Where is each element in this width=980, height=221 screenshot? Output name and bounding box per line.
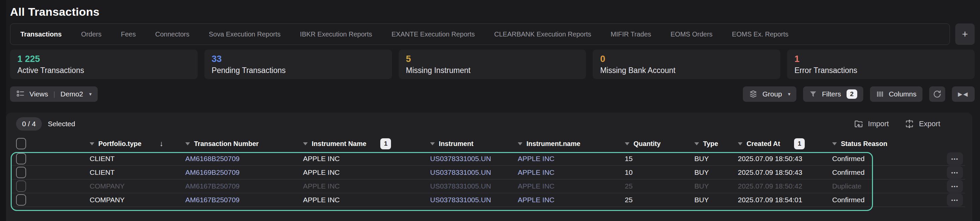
collapse-columns-button[interactable]: ▶◀ [952,86,975,102]
tab-item[interactable]: IBKR Execution Reports [300,30,372,38]
cell-transaction-number[interactable]: AM6168B250709 [180,155,298,163]
tab-label: Transactions [21,30,62,38]
views-button[interactable]: Views | Demo2 ▾ [10,86,98,102]
sort-descending-icon[interactable]: ↓ [159,139,163,148]
column-label: Quantity [633,140,660,148]
table-row[interactable]: COMPANY AM6167B250709 APPLE INC US037833… [11,179,965,193]
cell-status-reason: Confirmed [827,168,904,176]
tab-item[interactable]: Sova Execution Reports [209,30,281,38]
table-row[interactable]: CLIENT AM6169B250709 APPLE INC US0378331… [11,166,965,179]
column-header-status-reason[interactable]: Status Reason [827,140,904,148]
group-button[interactable]: Group ▾ [743,86,796,102]
cell-transaction-number[interactable]: AM6167B250709 [180,182,298,190]
filter-count-badge: 1 [794,138,805,149]
cell-instrument-name: APPLE INC [298,155,425,163]
cell-type: BUY [689,168,732,176]
page-title: All Transactions [10,5,99,18]
add-tab-button[interactable]: + [955,24,975,45]
cell-instrument-dot-name[interactable]: APPLE INC [512,155,619,163]
selected-count: 0 / 4 [16,117,42,131]
stat-card[interactable]: 1 Error Transactions [787,50,975,79]
stat-card[interactable]: 1 225 Active Transactions [10,50,198,79]
column-header-transaction-number[interactable]: Transaction Number [180,140,298,148]
column-menu-icon[interactable] [303,142,308,145]
cell-instrument[interactable]: US0378331005.UN [425,196,512,204]
column-header-instrument[interactable]: Instrument [425,140,512,148]
tab-item[interactable]: EOMS Ex. Reports [732,30,788,38]
filter-funnel-icon [809,90,817,98]
row-checkbox[interactable] [16,153,26,164]
column-header-portfolio-type[interactable]: Portfolio.type ↓ [40,139,180,148]
tab-bar: TransactionsOrdersFeesConnectorsSova Exe… [10,24,950,45]
cell-quantity: 25 [619,196,689,204]
column-menu-icon[interactable] [430,142,435,145]
column-label: Transaction Number [194,140,259,148]
table-row[interactable]: CLIENT AM6168B250709 APPLE INC US0378331… [11,152,965,166]
stat-label: Missing Bank Account [600,66,773,75]
cell-instrument-dot-name[interactable]: APPLE INC [512,168,619,176]
import-label: Import [868,120,889,128]
cell-instrument-name: APPLE INC [298,182,425,190]
cell-created-at: 2025.07.09 18:50:43 [732,168,827,176]
tab-label: Sova Execution Reports [209,30,281,38]
select-all-checkbox[interactable] [16,138,26,149]
views-divider: | [54,90,55,98]
column-menu-icon[interactable] [90,142,94,145]
cell-status-reason: Duplicate [827,182,904,190]
tab-item[interactable]: Orders [81,30,101,38]
column-menu-icon[interactable] [832,142,837,145]
column-header-type[interactable]: Type [689,140,732,148]
tab-item[interactable]: MIFIR Trades [611,30,651,38]
tab-label: EXANTE Execution Reports [391,30,475,38]
column-header-instrument-dot-name[interactable]: Instrument.name [512,140,619,148]
ellipsis-icon: ••• [951,170,959,175]
stat-card[interactable]: 0 Missing Bank Account [593,50,780,79]
tab-item[interactable]: Transactions [21,30,62,38]
row-menu-button[interactable]: ••• [947,152,963,165]
selected-label: Selected [48,120,75,128]
stat-label: Error Transactions [794,66,967,75]
refresh-button[interactable] [929,86,945,102]
import-button[interactable]: Import [854,119,889,128]
cell-quantity: 15 [619,155,689,163]
row-menu-button[interactable]: ••• [947,194,963,206]
chevron-down-icon: ▾ [89,91,92,97]
row-checkbox[interactable] [16,194,26,206]
tab-label: Connectors [155,30,189,38]
column-header-created-at[interactable]: Created At 1 [732,138,827,149]
cell-transaction-number[interactable]: AM6169B250709 [180,168,298,176]
column-header-instrument-name[interactable]: Instrument Name 1 [298,138,425,149]
row-checkbox[interactable] [16,167,26,178]
filters-button[interactable]: Filters 2 [803,86,863,102]
cell-instrument[interactable]: US0378331005.UN [425,155,512,163]
cell-instrument[interactable]: US0378331005.UN [425,168,512,176]
cell-type: BUY [689,155,732,163]
tab-label: EOMS Ex. Reports [732,30,788,38]
column-header-quantity[interactable]: Quantity [619,140,689,148]
column-menu-icon[interactable] [518,142,522,145]
cell-instrument[interactable]: US0378331005.UN [425,182,512,190]
stat-card[interactable]: 33 Pending Transactions [204,50,392,79]
tab-item[interactable]: Fees [121,30,136,38]
tab-item[interactable]: CLEARBANK Execution Reports [494,30,591,38]
column-menu-icon[interactable] [625,142,630,145]
column-menu-icon[interactable] [185,142,190,145]
stat-card[interactable]: 5 Missing Instrument [399,50,586,79]
column-menu-icon[interactable] [738,142,743,145]
cell-portfolio-type: CLIENT [40,155,180,163]
tab-item[interactable]: EOMS Orders [671,30,713,38]
tab-item[interactable]: Connectors [155,30,189,38]
row-menu-button[interactable]: ••• [947,180,963,192]
cell-instrument-dot-name[interactable]: APPLE INC [512,182,619,190]
table-row[interactable]: COMPANY AM6167B250709 APPLE INC US037833… [11,193,965,207]
column-menu-icon[interactable] [694,142,699,145]
row-checkbox[interactable] [16,181,26,192]
column-label: Created At [746,140,780,148]
export-button[interactable]: Export [905,119,940,128]
cell-instrument-dot-name[interactable]: APPLE INC [512,196,619,204]
row-menu-button[interactable]: ••• [947,166,963,179]
column-label: Instrument Name [312,140,366,148]
cell-transaction-number[interactable]: AM6167B250709 [180,196,298,204]
tab-item[interactable]: EXANTE Execution Reports [391,30,475,38]
columns-button[interactable]: Columns [870,86,923,102]
